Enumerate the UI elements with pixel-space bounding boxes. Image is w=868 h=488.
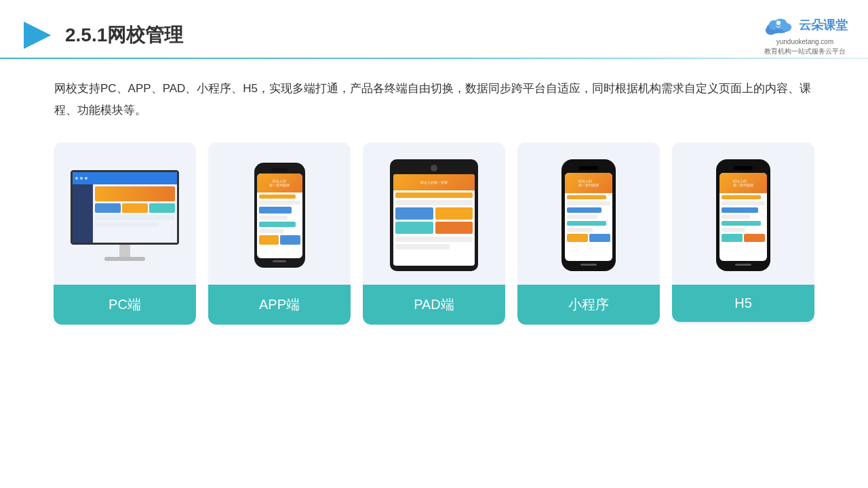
phone-miniprogram-icon: 职达人的第一堂判题课 [561, 159, 616, 271]
card-pad-image: 职达人的第一堂课 [363, 142, 505, 285]
brand-logo-area: 云朵课堂 yunduoketang.com 教育机构一站式服务云平台 [762, 14, 848, 56]
card-h5: 职达人的第一堂判题课 [672, 142, 814, 325]
card-pad: 职达人的第一堂课 [363, 142, 505, 325]
phone-h5-icon: 职达人的第一堂判题课 [716, 159, 770, 271]
card-miniprogram-label: 小程序 [517, 285, 660, 325]
header: 2.5.1网校管理 云朵课堂 yunduoketang.com 教育机构一站式服… [0, 0, 868, 58]
cards-container: PC端 职达人的第一堂判题课 [0, 136, 868, 325]
brand-logo: 云朵课堂 [762, 14, 848, 36]
card-miniprogram: 职达人的第一堂判题课 [517, 142, 660, 325]
tablet-pad-icon: 职达人的第一堂课 [390, 159, 478, 271]
pc-monitor-icon [67, 170, 182, 261]
card-pad-label: PAD端 [363, 285, 505, 325]
svg-point-7 [781, 22, 791, 31]
card-h5-image: 职达人的第一堂判题课 [672, 142, 814, 285]
page-description: 网校支持PC、APP、PAD、小程序、H5，实现多端打通，产品各终端自由切换，数… [0, 59, 868, 136]
page-title: 2.5.1网校管理 [65, 22, 183, 48]
card-app: 职达人的第一堂判题课 [208, 142, 351, 325]
brand-domain: yunduoketang.com [764, 37, 846, 47]
card-app-image: 职达人的第一堂判题课 [208, 142, 351, 285]
header-left: 2.5.1网校管理 [20, 18, 183, 52]
card-app-label: APP端 [208, 285, 351, 325]
card-miniprogram-image: 职达人的第一堂判题课 [517, 142, 660, 285]
brand-tagline: yunduoketang.com 教育机构一站式服务云平台 [764, 37, 846, 56]
brand-name: 云朵课堂 [799, 17, 848, 33]
svg-point-8 [776, 20, 781, 24]
logo-arrow-icon [20, 18, 54, 52]
brand-desc: 教育机构一站式服务云平台 [764, 47, 846, 56]
card-h5-label: H5 [672, 285, 814, 322]
card-pc: PC端 [54, 142, 196, 325]
card-pc-label: PC端 [54, 285, 196, 325]
cloud-icon [762, 14, 795, 36]
phone-app-icon: 职达人的第一堂判题课 [254, 163, 305, 268]
card-pc-image [54, 142, 196, 285]
svg-marker-1 [24, 22, 51, 49]
